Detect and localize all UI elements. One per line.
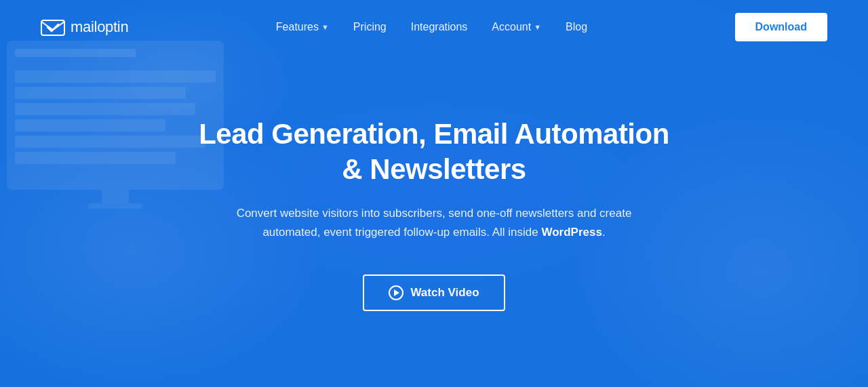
nav-link-blog[interactable]: Blog <box>566 21 587 33</box>
play-circle-icon <box>389 285 403 300</box>
nav-item-pricing[interactable]: Pricing <box>353 21 387 33</box>
nav-links: Features ▼ Pricing Integrations Account … <box>276 21 587 33</box>
svg-rect-0 <box>41 20 64 35</box>
logo-link[interactable]: mailoptin <box>41 18 128 37</box>
nav-item-features[interactable]: Features ▼ <box>276 21 329 33</box>
download-button[interactable]: Download <box>735 13 827 41</box>
hero-content: Lead Generation, Email Automation & News… <box>0 41 868 387</box>
nav-item-blog[interactable]: Blog <box>566 21 587 33</box>
chevron-down-icon: ▼ <box>534 23 541 31</box>
logo-text: mailoptin <box>71 18 128 36</box>
hero-title: Lead Generation, Email Automation & News… <box>197 117 671 188</box>
hero-section: mailoptin Features ▼ Pricing Integration… <box>0 0 868 387</box>
nav-link-account[interactable]: Account ▼ <box>492 21 541 33</box>
hero-subtitle: Convert website visitors into subscriber… <box>224 204 644 242</box>
nav-item-account[interactable]: Account ▼ <box>492 21 541 33</box>
nav-link-features[interactable]: Features ▼ <box>276 21 329 33</box>
subtitle-bold: WordPress <box>541 226 601 239</box>
navbar: mailoptin Features ▼ Pricing Integration… <box>0 0 868 54</box>
logo-icon <box>41 18 65 37</box>
nav-link-integrations[interactable]: Integrations <box>411 21 468 33</box>
chevron-down-icon: ▼ <box>321 23 329 31</box>
nav-link-pricing[interactable]: Pricing <box>353 21 387 33</box>
watch-video-button[interactable]: Watch Video <box>363 274 505 311</box>
subtitle-text-2: . <box>602 226 606 239</box>
play-triangle-icon <box>394 289 399 296</box>
watch-video-label: Watch Video <box>410 286 479 300</box>
nav-item-integrations[interactable]: Integrations <box>411 21 468 33</box>
